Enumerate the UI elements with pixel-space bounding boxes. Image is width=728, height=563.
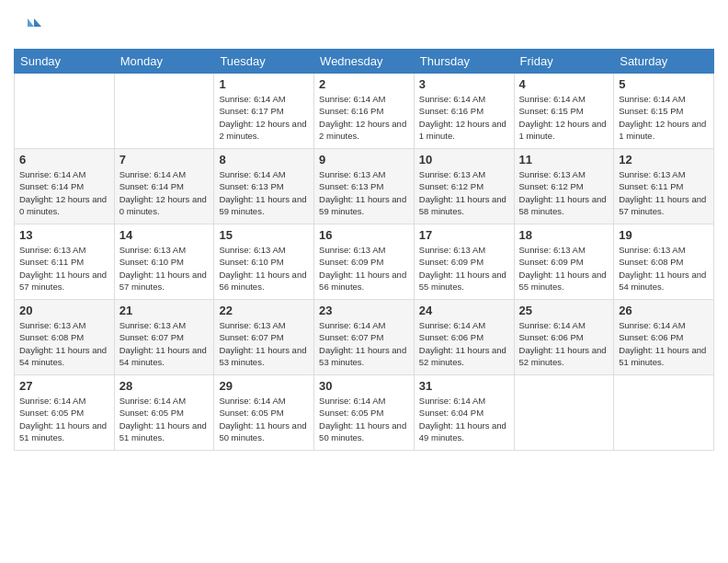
calendar-cell: 21Sunrise: 6:13 AM Sunset: 6:07 PM Dayli… <box>114 300 214 375</box>
day-info: Sunrise: 6:14 AM Sunset: 6:15 PM Dayligh… <box>619 93 709 142</box>
calendar-cell: 26Sunrise: 6:14 AM Sunset: 6:06 PM Dayli… <box>614 300 714 375</box>
calendar-cell <box>614 375 714 451</box>
page: SundayMondayTuesdayWednesdayThursdayFrid… <box>0 0 728 563</box>
day-number: 12 <box>619 153 709 167</box>
day-header-row: SundayMondayTuesdayWednesdayThursdayFrid… <box>15 50 714 74</box>
calendar-cell: 3Sunrise: 6:14 AM Sunset: 6:16 PM Daylig… <box>414 74 514 149</box>
day-info: Sunrise: 6:14 AM Sunset: 6:15 PM Dayligh… <box>519 93 609 142</box>
day-info: Sunrise: 6:13 AM Sunset: 6:09 PM Dayligh… <box>519 244 609 293</box>
header <box>14 9 714 41</box>
day-info: Sunrise: 6:13 AM Sunset: 6:13 PM Dayligh… <box>319 168 409 217</box>
day-number: 2 <box>319 77 409 91</box>
day-number: 11 <box>519 153 609 167</box>
day-info: Sunrise: 6:14 AM Sunset: 6:06 PM Dayligh… <box>619 319 709 368</box>
day-info: Sunrise: 6:14 AM Sunset: 6:16 PM Dayligh… <box>419 93 509 142</box>
calendar-cell: 13Sunrise: 6:13 AM Sunset: 6:11 PM Dayli… <box>15 224 115 300</box>
day-info: Sunrise: 6:14 AM Sunset: 6:06 PM Dayligh… <box>419 319 509 368</box>
calendar-cell <box>15 74 115 149</box>
day-info: Sunrise: 6:13 AM Sunset: 6:09 PM Dayligh… <box>319 244 409 293</box>
day-info: Sunrise: 6:14 AM Sunset: 6:16 PM Dayligh… <box>319 93 409 142</box>
day-number: 1 <box>219 77 309 91</box>
calendar-week-row: 13Sunrise: 6:13 AM Sunset: 6:11 PM Dayli… <box>15 224 714 300</box>
calendar-cell: 22Sunrise: 6:13 AM Sunset: 6:07 PM Dayli… <box>214 300 314 375</box>
day-of-week-header: Tuesday <box>214 50 314 74</box>
calendar-cell: 17Sunrise: 6:13 AM Sunset: 6:09 PM Dayli… <box>414 224 514 300</box>
calendar-cell: 1Sunrise: 6:14 AM Sunset: 6:17 PM Daylig… <box>214 74 314 149</box>
day-info: Sunrise: 6:13 AM Sunset: 6:10 PM Dayligh… <box>219 244 309 293</box>
calendar-week-row: 20Sunrise: 6:13 AM Sunset: 6:08 PM Dayli… <box>15 300 714 375</box>
calendar-week-row: 1Sunrise: 6:14 AM Sunset: 6:17 PM Daylig… <box>15 74 714 149</box>
day-number: 30 <box>319 379 409 393</box>
day-number: 9 <box>319 153 409 167</box>
day-info: Sunrise: 6:14 AM Sunset: 6:14 PM Dayligh… <box>19 168 109 217</box>
day-number: 10 <box>419 153 509 167</box>
calendar-cell: 8Sunrise: 6:14 AM Sunset: 6:13 PM Daylig… <box>214 149 314 224</box>
day-number: 6 <box>19 153 109 167</box>
calendar-cell: 30Sunrise: 6:14 AM Sunset: 6:05 PM Dayli… <box>314 375 415 451</box>
day-info: Sunrise: 6:13 AM Sunset: 6:08 PM Dayligh… <box>19 319 109 368</box>
day-number: 25 <box>519 304 609 317</box>
day-number: 15 <box>219 228 309 242</box>
day-number: 28 <box>119 379 210 393</box>
calendar-cell: 12Sunrise: 6:13 AM Sunset: 6:11 PM Dayli… <box>614 149 714 224</box>
day-info: Sunrise: 6:13 AM Sunset: 6:12 PM Dayligh… <box>419 168 509 217</box>
calendar-cell: 9Sunrise: 6:13 AM Sunset: 6:13 PM Daylig… <box>314 149 415 224</box>
calendar-cell: 18Sunrise: 6:13 AM Sunset: 6:09 PM Dayli… <box>514 224 614 300</box>
day-info: Sunrise: 6:14 AM Sunset: 6:07 PM Dayligh… <box>319 319 409 368</box>
day-number: 3 <box>419 77 509 91</box>
calendar-cell: 15Sunrise: 6:13 AM Sunset: 6:10 PM Dayli… <box>214 224 314 300</box>
day-of-week-header: Monday <box>114 50 214 74</box>
day-info: Sunrise: 6:14 AM Sunset: 6:14 PM Dayligh… <box>119 168 210 217</box>
day-number: 17 <box>419 228 509 242</box>
day-number: 5 <box>619 77 709 91</box>
day-info: Sunrise: 6:13 AM Sunset: 6:07 PM Dayligh… <box>219 319 309 368</box>
day-number: 21 <box>119 304 210 317</box>
day-number: 18 <box>519 228 609 242</box>
day-info: Sunrise: 6:14 AM Sunset: 6:06 PM Dayligh… <box>519 319 609 368</box>
day-info: Sunrise: 6:13 AM Sunset: 6:09 PM Dayligh… <box>419 244 509 293</box>
day-number: 8 <box>219 153 309 167</box>
calendar-cell: 25Sunrise: 6:14 AM Sunset: 6:06 PM Dayli… <box>514 300 614 375</box>
day-number: 22 <box>219 304 309 317</box>
day-info: Sunrise: 6:14 AM Sunset: 6:05 PM Dayligh… <box>319 395 409 443</box>
calendar-cell: 24Sunrise: 6:14 AM Sunset: 6:06 PM Dayli… <box>414 300 514 375</box>
calendar-cell: 2Sunrise: 6:14 AM Sunset: 6:16 PM Daylig… <box>314 74 415 149</box>
calendar-week-row: 6Sunrise: 6:14 AM Sunset: 6:14 PM Daylig… <box>15 149 714 224</box>
calendar-cell: 29Sunrise: 6:14 AM Sunset: 6:05 PM Dayli… <box>214 375 314 451</box>
day-of-week-header: Thursday <box>414 50 514 74</box>
day-number: 27 <box>19 379 109 393</box>
calendar-cell: 20Sunrise: 6:13 AM Sunset: 6:08 PM Dayli… <box>15 300 115 375</box>
calendar-cell: 23Sunrise: 6:14 AM Sunset: 6:07 PM Dayli… <box>314 300 415 375</box>
calendar-cell <box>514 375 614 451</box>
calendar-cell: 16Sunrise: 6:13 AM Sunset: 6:09 PM Dayli… <box>314 224 415 300</box>
day-number: 23 <box>319 304 409 317</box>
day-number: 13 <box>19 228 109 242</box>
day-of-week-header: Friday <box>514 50 614 74</box>
day-number: 16 <box>319 228 409 242</box>
calendar-week-row: 27Sunrise: 6:14 AM Sunset: 6:05 PM Dayli… <box>15 375 714 451</box>
calendar-cell: 10Sunrise: 6:13 AM Sunset: 6:12 PM Dayli… <box>414 149 514 224</box>
calendar: SundayMondayTuesdayWednesdayThursdayFrid… <box>14 49 714 451</box>
day-number: 26 <box>619 304 709 317</box>
calendar-cell: 31Sunrise: 6:14 AM Sunset: 6:04 PM Dayli… <box>414 375 514 451</box>
day-number: 31 <box>419 379 509 393</box>
day-info: Sunrise: 6:14 AM Sunset: 6:04 PM Dayligh… <box>419 395 509 443</box>
day-info: Sunrise: 6:13 AM Sunset: 6:12 PM Dayligh… <box>519 168 609 217</box>
day-info: Sunrise: 6:14 AM Sunset: 6:05 PM Dayligh… <box>119 395 210 443</box>
day-number: 14 <box>119 228 210 242</box>
day-of-week-header: Wednesday <box>314 50 415 74</box>
day-info: Sunrise: 6:13 AM Sunset: 6:11 PM Dayligh… <box>619 168 709 217</box>
calendar-cell: 27Sunrise: 6:14 AM Sunset: 6:05 PM Dayli… <box>15 375 115 451</box>
day-number: 19 <box>619 228 709 242</box>
svg-marker-1 <box>28 18 34 27</box>
day-info: Sunrise: 6:14 AM Sunset: 6:05 PM Dayligh… <box>19 395 109 443</box>
logo-icon <box>14 14 41 41</box>
calendar-cell: 4Sunrise: 6:14 AM Sunset: 6:15 PM Daylig… <box>514 74 614 149</box>
day-info: Sunrise: 6:14 AM Sunset: 6:13 PM Dayligh… <box>219 168 309 217</box>
calendar-cell: 5Sunrise: 6:14 AM Sunset: 6:15 PM Daylig… <box>614 74 714 149</box>
calendar-cell: 7Sunrise: 6:14 AM Sunset: 6:14 PM Daylig… <box>114 149 214 224</box>
day-of-week-header: Sunday <box>15 50 115 74</box>
calendar-cell <box>114 74 214 149</box>
day-number: 20 <box>19 304 109 317</box>
day-info: Sunrise: 6:14 AM Sunset: 6:05 PM Dayligh… <box>219 395 309 443</box>
